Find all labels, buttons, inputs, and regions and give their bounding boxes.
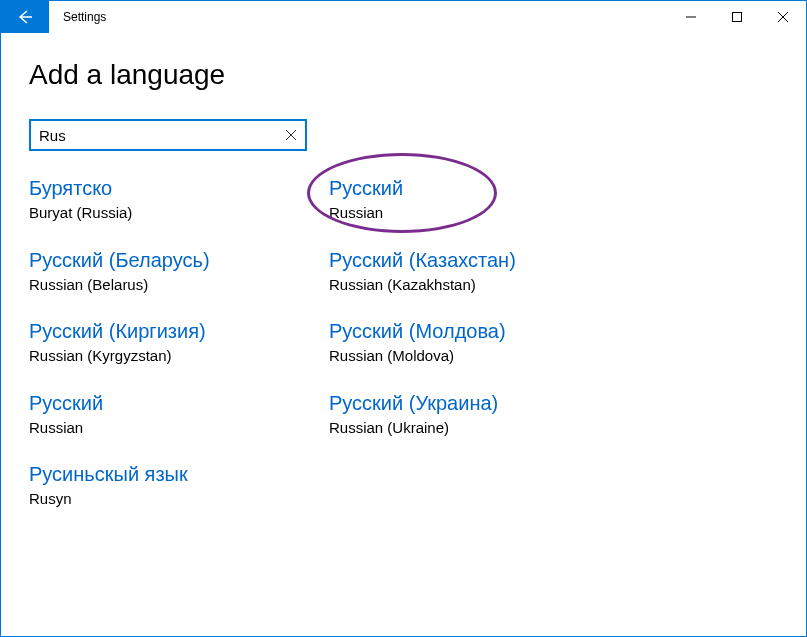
language-localized-name: Russian <box>29 418 329 438</box>
language-item[interactable]: Русский (Молдова) Russian (Moldova) <box>329 318 629 366</box>
language-localized-name: Russian (Kyrgyzstan) <box>29 346 329 366</box>
language-item[interactable]: Русиньскый язык Rusyn <box>29 461 329 509</box>
language-native-name: Русский (Беларусь) <box>29 247 329 273</box>
language-localized-name: Rusyn <box>29 489 329 509</box>
window-controls <box>668 1 806 33</box>
language-localized-name: Buryat (Russia) <box>29 203 329 223</box>
x-icon <box>286 130 296 140</box>
language-native-name: Русиньскый язык <box>29 461 329 487</box>
language-item[interactable]: Русский Russian <box>329 175 629 223</box>
search-input[interactable] <box>29 119 307 151</box>
language-localized-name: Russian (Moldova) <box>329 346 629 366</box>
back-button[interactable] <box>1 1 49 33</box>
language-native-name: Русский (Киргизия) <box>29 318 329 344</box>
language-item[interactable]: Русский (Казахстан) Russian (Kazakhstan) <box>329 247 629 295</box>
minimize-button[interactable] <box>668 1 714 33</box>
language-grid: Бурятско Buryat (Russia) Русский Russian… <box>29 175 778 509</box>
language-item[interactable]: Русский (Украина) Russian (Ukraine) <box>329 390 629 438</box>
page-content: Add a language Бурятско Buryat (Russia) … <box>1 33 806 509</box>
language-native-name: Русский <box>29 390 329 416</box>
maximize-button[interactable] <box>714 1 760 33</box>
arrow-left-icon <box>17 9 33 25</box>
language-localized-name: Russian (Kazakhstan) <box>329 275 629 295</box>
language-item[interactable]: Русский (Киргизия) Russian (Kyrgyzstan) <box>29 318 329 366</box>
language-item[interactable]: Русский Russian <box>29 390 329 438</box>
title-bar: Settings <box>1 1 806 33</box>
close-icon <box>778 12 788 22</box>
language-native-name: Русский <box>329 175 629 201</box>
language-item[interactable]: Русский (Беларусь) Russian (Belarus) <box>29 247 329 295</box>
language-item[interactable]: Бурятско Buryat (Russia) <box>29 175 329 223</box>
language-localized-name: Russian <box>329 203 629 223</box>
clear-search-button[interactable] <box>275 119 307 151</box>
language-native-name: Русский (Молдова) <box>329 318 629 344</box>
language-native-name: Русский (Казахстан) <box>329 247 629 273</box>
language-localized-name: Russian (Ukraine) <box>329 418 629 438</box>
close-button[interactable] <box>760 1 806 33</box>
window-title: Settings <box>49 1 106 33</box>
maximize-icon <box>732 12 742 22</box>
page-title: Add a language <box>29 59 778 91</box>
svg-rect-1 <box>733 13 742 22</box>
language-localized-name: Russian (Belarus) <box>29 275 329 295</box>
search-field-wrapper <box>29 119 307 151</box>
language-native-name: Русский (Украина) <box>329 390 629 416</box>
minimize-icon <box>686 12 696 22</box>
language-native-name: Бурятско <box>29 175 329 201</box>
